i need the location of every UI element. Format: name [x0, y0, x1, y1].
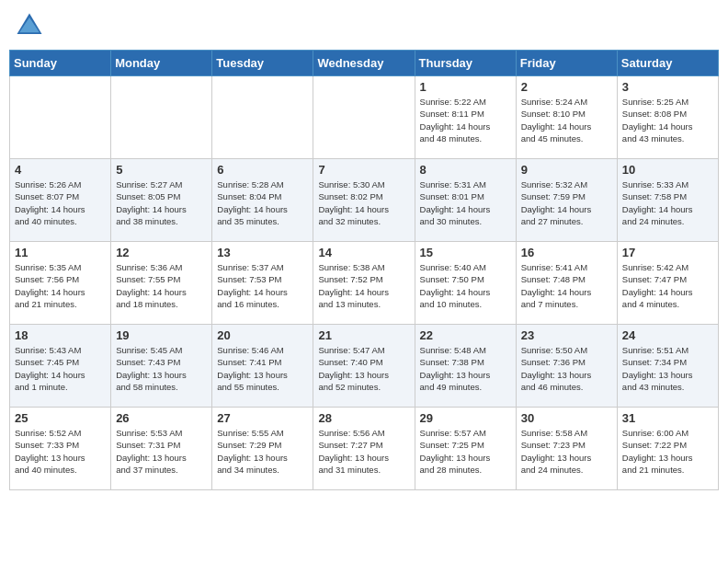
- weekday-header: Saturday: [617, 51, 718, 76]
- calendar-week: 25Sunrise: 5:52 AM Sunset: 7:33 PM Dayli…: [10, 408, 719, 490]
- calendar-cell: [313, 76, 415, 159]
- day-number: 2: [521, 80, 612, 94]
- day-number: 18: [15, 328, 106, 342]
- calendar-week: 1Sunrise: 5:22 AM Sunset: 8:11 PM Daylig…: [10, 76, 719, 159]
- calendar-cell: 25Sunrise: 5:52 AM Sunset: 7:33 PM Dayli…: [10, 408, 111, 490]
- calendar-cell: 23Sunrise: 5:50 AM Sunset: 7:36 PM Dayli…: [516, 325, 617, 408]
- day-number: 7: [318, 163, 409, 177]
- calendar-cell: [10, 76, 111, 159]
- calendar-cell: 21Sunrise: 5:47 AM Sunset: 7:40 PM Dayli…: [313, 325, 415, 408]
- calendar-cell: 26Sunrise: 5:53 AM Sunset: 7:31 PM Dayli…: [111, 408, 212, 490]
- calendar-cell: [212, 76, 313, 159]
- calendar-cell: 24Sunrise: 5:51 AM Sunset: 7:34 PM Dayli…: [617, 325, 718, 408]
- day-number: 25: [15, 411, 106, 425]
- day-number: 31: [622, 411, 713, 425]
- calendar-cell: 31Sunrise: 6:00 AM Sunset: 7:22 PM Dayli…: [617, 408, 718, 490]
- day-info: Sunrise: 5:36 AM Sunset: 7:55 PM Dayligh…: [116, 261, 207, 310]
- calendar-cell: 16Sunrise: 5:41 AM Sunset: 7:48 PM Dayli…: [516, 242, 617, 325]
- day-number: 6: [217, 163, 308, 177]
- calendar-header: SundayMondayTuesdayWednesdayThursdayFrid…: [10, 51, 719, 76]
- calendar-cell: 8Sunrise: 5:31 AM Sunset: 8:01 PM Daylig…: [415, 159, 516, 242]
- day-info: Sunrise: 5:33 AM Sunset: 7:58 PM Dayligh…: [622, 178, 713, 227]
- calendar-cell: 12Sunrise: 5:36 AM Sunset: 7:55 PM Dayli…: [111, 242, 212, 325]
- day-info: Sunrise: 5:22 AM Sunset: 8:11 PM Dayligh…: [420, 96, 511, 144]
- day-number: 24: [622, 328, 713, 342]
- day-number: 14: [318, 246, 409, 259]
- day-info: Sunrise: 5:28 AM Sunset: 8:04 PM Dayligh…: [217, 178, 308, 227]
- calendar-week: 4Sunrise: 5:26 AM Sunset: 8:07 PM Daylig…: [10, 159, 719, 242]
- day-info: Sunrise: 5:31 AM Sunset: 8:01 PM Dayligh…: [420, 178, 511, 227]
- day-number: 17: [622, 246, 713, 259]
- day-number: 23: [521, 328, 612, 342]
- calendar-cell: 30Sunrise: 5:58 AM Sunset: 7:23 PM Dayli…: [516, 408, 617, 490]
- calendar-week: 11Sunrise: 5:35 AM Sunset: 7:56 PM Dayli…: [10, 242, 719, 325]
- day-number: 27: [217, 411, 308, 425]
- day-number: 4: [15, 163, 106, 177]
- day-number: 22: [420, 328, 511, 342]
- day-info: Sunrise: 5:57 AM Sunset: 7:25 PM Dayligh…: [420, 427, 511, 476]
- day-info: Sunrise: 5:42 AM Sunset: 7:47 PM Dayligh…: [622, 261, 713, 310]
- calendar-cell: 9Sunrise: 5:32 AM Sunset: 7:59 PM Daylig…: [516, 159, 617, 242]
- calendar-cell: 3Sunrise: 5:25 AM Sunset: 8:08 PM Daylig…: [617, 76, 718, 159]
- day-number: 11: [15, 246, 106, 259]
- calendar-cell: 17Sunrise: 5:42 AM Sunset: 7:47 PM Dayli…: [617, 242, 718, 325]
- day-info: Sunrise: 6:00 AM Sunset: 7:22 PM Dayligh…: [622, 427, 713, 476]
- day-number: 19: [116, 328, 207, 342]
- day-info: Sunrise: 5:43 AM Sunset: 7:45 PM Dayligh…: [15, 344, 106, 393]
- day-info: Sunrise: 5:58 AM Sunset: 7:23 PM Dayligh…: [521, 427, 612, 476]
- calendar-cell: [111, 76, 212, 159]
- day-info: Sunrise: 5:27 AM Sunset: 8:05 PM Dayligh…: [116, 178, 207, 227]
- calendar-cell: 15Sunrise: 5:40 AM Sunset: 7:50 PM Dayli…: [415, 242, 516, 325]
- calendar-cell: 18Sunrise: 5:43 AM Sunset: 7:45 PM Dayli…: [10, 325, 111, 408]
- calendar-cell: 2Sunrise: 5:24 AM Sunset: 8:10 PM Daylig…: [516, 76, 617, 159]
- day-info: Sunrise: 5:24 AM Sunset: 8:10 PM Dayligh…: [521, 96, 612, 144]
- day-info: Sunrise: 5:56 AM Sunset: 7:27 PM Dayligh…: [318, 427, 409, 476]
- calendar-body: 1Sunrise: 5:22 AM Sunset: 8:11 PM Daylig…: [10, 76, 719, 490]
- calendar-cell: 11Sunrise: 5:35 AM Sunset: 7:56 PM Dayli…: [10, 242, 111, 325]
- day-number: 16: [521, 246, 612, 259]
- weekday-header: Tuesday: [212, 51, 313, 76]
- page-header: [9, 9, 719, 42]
- header-row: SundayMondayTuesdayWednesdayThursdayFrid…: [10, 51, 719, 76]
- day-info: Sunrise: 5:35 AM Sunset: 7:56 PM Dayligh…: [15, 261, 106, 310]
- day-info: Sunrise: 5:32 AM Sunset: 7:59 PM Dayligh…: [521, 178, 612, 227]
- weekday-header: Wednesday: [313, 51, 415, 76]
- weekday-header: Sunday: [10, 51, 111, 76]
- day-number: 12: [116, 246, 207, 259]
- logo-icon: [13, 9, 46, 42]
- day-number: 1: [420, 80, 511, 94]
- day-number: 13: [217, 246, 308, 259]
- day-info: Sunrise: 5:47 AM Sunset: 7:40 PM Dayligh…: [318, 344, 409, 393]
- calendar-table: SundayMondayTuesdayWednesdayThursdayFrid…: [9, 50, 719, 490]
- day-info: Sunrise: 5:41 AM Sunset: 7:48 PM Dayligh…: [521, 261, 612, 310]
- calendar-cell: 5Sunrise: 5:27 AM Sunset: 8:05 PM Daylig…: [111, 159, 212, 242]
- weekday-header: Thursday: [415, 51, 516, 76]
- calendar-cell: 19Sunrise: 5:45 AM Sunset: 7:43 PM Dayli…: [111, 325, 212, 408]
- day-number: 28: [318, 411, 409, 425]
- day-info: Sunrise: 5:51 AM Sunset: 7:34 PM Dayligh…: [622, 344, 713, 393]
- calendar-cell: 1Sunrise: 5:22 AM Sunset: 8:11 PM Daylig…: [415, 76, 516, 159]
- day-number: 30: [521, 411, 612, 425]
- day-info: Sunrise: 5:30 AM Sunset: 8:02 PM Dayligh…: [318, 178, 409, 227]
- calendar-cell: 28Sunrise: 5:56 AM Sunset: 7:27 PM Dayli…: [313, 408, 415, 490]
- calendar-cell: 29Sunrise: 5:57 AM Sunset: 7:25 PM Dayli…: [415, 408, 516, 490]
- day-info: Sunrise: 5:45 AM Sunset: 7:43 PM Dayligh…: [116, 344, 207, 393]
- day-number: 21: [318, 328, 409, 342]
- day-number: 9: [521, 163, 612, 177]
- day-number: 8: [420, 163, 511, 177]
- calendar-cell: 14Sunrise: 5:38 AM Sunset: 7:52 PM Dayli…: [313, 242, 415, 325]
- calendar-cell: 13Sunrise: 5:37 AM Sunset: 7:53 PM Dayli…: [212, 242, 313, 325]
- day-info: Sunrise: 5:52 AM Sunset: 7:33 PM Dayligh…: [15, 427, 106, 476]
- day-info: Sunrise: 5:37 AM Sunset: 7:53 PM Dayligh…: [217, 261, 308, 310]
- day-info: Sunrise: 5:50 AM Sunset: 7:36 PM Dayligh…: [521, 344, 612, 393]
- day-info: Sunrise: 5:38 AM Sunset: 7:52 PM Dayligh…: [318, 261, 409, 310]
- weekday-header: Monday: [111, 51, 212, 76]
- day-number: 5: [116, 163, 207, 177]
- calendar-cell: 22Sunrise: 5:48 AM Sunset: 7:38 PM Dayli…: [415, 325, 516, 408]
- calendar-cell: 6Sunrise: 5:28 AM Sunset: 8:04 PM Daylig…: [212, 159, 313, 242]
- calendar-cell: 4Sunrise: 5:26 AM Sunset: 8:07 PM Daylig…: [10, 159, 111, 242]
- calendar-cell: 7Sunrise: 5:30 AM Sunset: 8:02 PM Daylig…: [313, 159, 415, 242]
- day-number: 15: [420, 246, 511, 259]
- day-info: Sunrise: 5:26 AM Sunset: 8:07 PM Dayligh…: [15, 178, 106, 227]
- day-number: 10: [622, 163, 713, 177]
